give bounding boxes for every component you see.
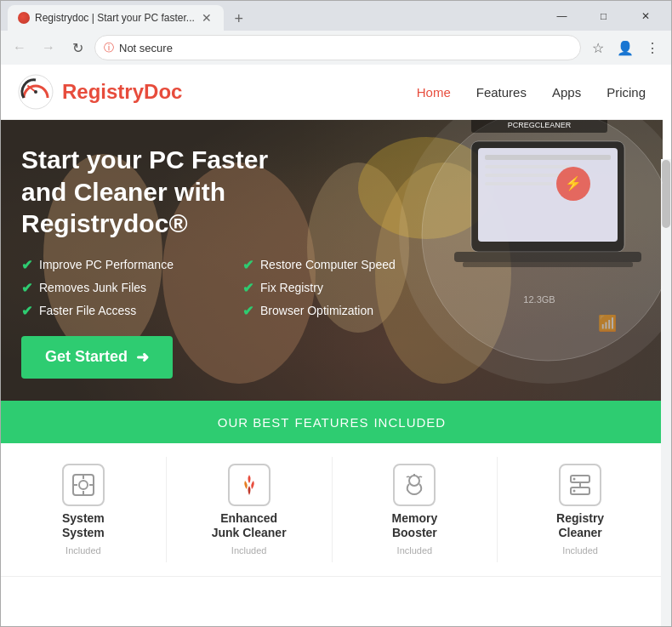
nav-links: Home Features Apps Pricing [417, 85, 646, 100]
feature-col-junk: EnhancedJunk Cleaner Included [167, 457, 333, 562]
get-started-button[interactable]: Get Started ➜ [21, 336, 173, 379]
new-tab-button[interactable]: + [227, 7, 251, 31]
tab-title: Registrydoc | Start your PC faster... [35, 12, 195, 24]
feature-label: Restore Computer Speed [260, 258, 396, 271]
site-nav: RegistryDoc Home Features Apps Pricing [1, 65, 663, 120]
feature-remove-junk: ✔ Removes Junk Files [21, 280, 225, 296]
logo-doc: Doc [144, 80, 182, 103]
scrollbar-thumb[interactable] [662, 160, 670, 228]
title-bar: Registrydoc | Start your PC faster... ✕ … [1, 1, 671, 31]
feature-faster-access: ✔ Faster File Access [21, 303, 225, 319]
memory-title: MemoryBooster [392, 511, 438, 540]
system-title: SystemSystem [62, 511, 105, 540]
svg-point-26 [79, 481, 88, 489]
address-bar[interactable]: ⓘ Not secure [94, 35, 581, 60]
junk-sub: Included [231, 545, 267, 556]
feature-col-memory: MemoryBooster Included [333, 457, 498, 562]
features-bar-highlight: FEATURES [295, 415, 369, 430]
check-icon: ✔ [21, 303, 32, 319]
hero-section: PCREGCLEANER ⚡ [1, 120, 663, 401]
minimize-button[interactable]: — [543, 1, 581, 31]
features-bar-prefix: OUR BEST [218, 415, 290, 430]
feature-label: Browser Optimization [260, 304, 373, 317]
feature-restore-speed: ✔ Restore Computer Speed [242, 257, 447, 273]
feature-label: Fix Registry [260, 281, 323, 294]
website: RegistryDoc Home Features Apps Pricing [1, 65, 663, 597]
nav-link-pricing[interactable]: Pricing [607, 85, 646, 100]
browser-tab[interactable]: Registrydoc | Start your PC faster... ✕ [8, 5, 224, 31]
feature-improve-pc: ✔ Improve PC Performance [21, 257, 225, 273]
logo-text: RegistryDoc [62, 80, 182, 104]
features-strip: SystemSystem Included Enhanced [1, 443, 663, 577]
junk-icon [228, 464, 271, 506]
check-icon: ✔ [242, 303, 253, 319]
svg-point-36 [573, 478, 576, 481]
forward-button[interactable]: → [37, 36, 60, 60]
registry-sub: Included [562, 545, 598, 556]
features-bar-suffix: INCLUDED [373, 415, 446, 430]
feature-label: Improve PC Performance [39, 258, 174, 271]
address-bar-row: ← → ↻ ⓘ Not secure ☆ 👤 ⋮ [1, 31, 671, 65]
menu-button[interactable]: ⋮ [641, 36, 664, 60]
reload-button[interactable]: ↻ [65, 36, 89, 60]
memory-sub: Included [397, 545, 433, 556]
logo-icon [18, 74, 54, 110]
feature-col-registry: RegistryCleaner Included [498, 457, 663, 562]
system-icon [62, 464, 105, 506]
features-bar: OUR BEST FEATURES INCLUDED [1, 401, 663, 443]
junk-title: EnhancedJunk Cleaner [212, 511, 287, 540]
check-icon: ✔ [242, 280, 253, 296]
nav-link-features[interactable]: Features [476, 85, 527, 100]
back-button[interactable]: ← [8, 36, 31, 60]
hero-features-list: ✔ Improve PC Performance ✔ Restore Compu… [21, 257, 447, 319]
maximize-button[interactable]: □ [584, 1, 623, 31]
address-bar-actions: ☆ 👤 ⋮ [586, 36, 664, 60]
feature-browser-opt: ✔ Browser Optimization [242, 303, 447, 319]
feature-label: Faster File Access [39, 304, 136, 317]
memory-icon [393, 464, 436, 506]
tab-close-button[interactable]: ✕ [200, 11, 214, 25]
feature-label: Removes Junk Files [39, 281, 146, 294]
check-icon: ✔ [242, 257, 253, 273]
tab-favicon [18, 12, 30, 24]
content-area: RegistryDoc Home Features Apps Pricing [1, 65, 671, 626]
amazing-section: Amazing Features, Great Results [1, 577, 663, 597]
registry-icon [559, 464, 601, 506]
svg-point-37 [573, 490, 576, 493]
svg-point-3 [34, 90, 37, 94]
window-controls: — □ ✕ [543, 1, 664, 31]
get-started-label: Get Started [45, 348, 128, 366]
hero-content: Start your PC Faster and Cleaner with Re… [1, 120, 663, 379]
registry-title: RegistryCleaner [556, 511, 604, 540]
bookmark-button[interactable]: ☆ [586, 36, 610, 60]
logo-area: RegistryDoc [18, 74, 417, 110]
system-sub: Included [65, 545, 101, 556]
feature-fix-registry: ✔ Fix Registry [242, 280, 447, 296]
address-text: Not secure [119, 42, 572, 54]
browser-window: Registrydoc | Start your PC faster... ✕ … [0, 0, 672, 627]
browser-wrapper: Registrydoc | Start your PC faster... ✕ … [0, 0, 672, 627]
check-icon: ✔ [21, 257, 32, 273]
nav-link-home[interactable]: Home [417, 85, 451, 100]
nav-link-apps[interactable]: Apps [552, 85, 581, 100]
check-icon: ✔ [21, 280, 32, 296]
close-button[interactable]: ✕ [626, 1, 664, 31]
get-started-arrow: ➜ [136, 348, 149, 367]
lock-icon: ⓘ [104, 41, 114, 55]
profile-button[interactable]: 👤 [613, 36, 637, 60]
hero-title: Start your PC Faster and Cleaner with Re… [21, 144, 310, 240]
feature-col-system: SystemSystem Included [1, 457, 167, 562]
logo-registry: Registry [62, 80, 144, 103]
